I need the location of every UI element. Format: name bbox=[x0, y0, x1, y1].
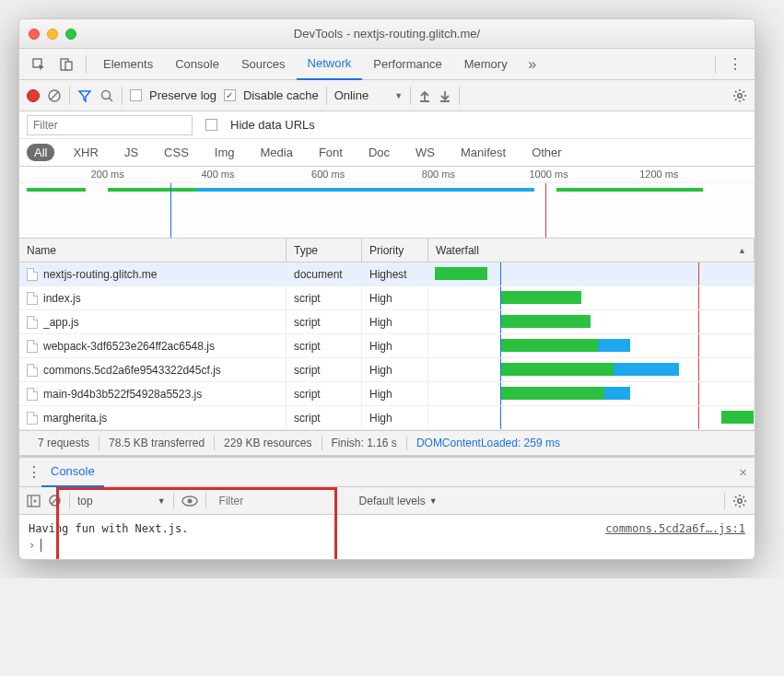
overview-timeline[interactable]: 200 ms 400 ms 600 ms 800 ms 1000 ms 1200… bbox=[19, 167, 755, 239]
kebab-menu-icon[interactable]: ⋮ bbox=[723, 52, 747, 76]
tab-network[interactable]: Network bbox=[297, 49, 363, 80]
type-js[interactable]: JS bbox=[117, 144, 146, 161]
type-font[interactable]: Font bbox=[311, 144, 350, 161]
table-row[interactable]: margherita.jsscriptHigh bbox=[19, 406, 755, 430]
search-icon[interactable] bbox=[99, 88, 114, 103]
drawer-tab-console[interactable]: Console bbox=[41, 458, 104, 487]
file-icon bbox=[27, 364, 38, 377]
request-type: script bbox=[287, 286, 362, 309]
request-priority: High bbox=[362, 286, 428, 309]
type-doc[interactable]: Doc bbox=[361, 144, 397, 161]
device-toggle-icon[interactable] bbox=[54, 52, 78, 76]
col-header-priority[interactable]: Priority bbox=[362, 239, 428, 262]
file-icon bbox=[27, 340, 38, 353]
chevron-right-icon: › bbox=[29, 539, 35, 552]
type-all[interactable]: All bbox=[27, 144, 54, 161]
type-other[interactable]: Other bbox=[524, 144, 569, 161]
request-name: index.js bbox=[43, 292, 81, 305]
preserve-log-checkbox[interactable] bbox=[130, 89, 142, 101]
settings-gear-icon[interactable] bbox=[732, 88, 747, 103]
waterfall-cell bbox=[428, 406, 755, 429]
table-row[interactable]: main-9d4b3b522f54928a5523.jsscriptHigh bbox=[19, 382, 755, 406]
file-icon bbox=[27, 292, 38, 305]
request-type: script bbox=[287, 382, 362, 405]
tab-memory[interactable]: Memory bbox=[453, 49, 519, 80]
tick-label: 800 ms bbox=[422, 169, 455, 180]
request-priority: High bbox=[362, 310, 428, 333]
window-titlebar: DevTools - nextjs-routing.glitch.me/ bbox=[19, 19, 755, 49]
live-expression-icon[interactable] bbox=[181, 495, 198, 507]
network-toolbar: Preserve log Disable cache Online▼ bbox=[19, 80, 755, 111]
status-domcontentloaded: DOMContentLoaded: 259 ms bbox=[407, 437, 569, 449]
status-requests: 7 requests bbox=[29, 437, 99, 449]
type-css[interactable]: CSS bbox=[157, 144, 196, 161]
type-ws[interactable]: WS bbox=[408, 144, 442, 161]
tab-elements[interactable]: Elements bbox=[92, 49, 164, 80]
throttling-select[interactable]: Online▼ bbox=[334, 88, 404, 102]
window-title: DevTools - nextjs-routing.glitch.me/ bbox=[19, 27, 755, 41]
filter-toggle-icon[interactable] bbox=[77, 88, 92, 103]
svg-point-16 bbox=[738, 498, 742, 502]
request-priority: Highest bbox=[362, 262, 428, 286]
inspect-icon[interactable] bbox=[27, 52, 51, 76]
table-row[interactable]: _app.jsscriptHigh bbox=[19, 310, 755, 334]
console-prompt[interactable]: › bbox=[29, 537, 745, 554]
svg-point-9 bbox=[738, 93, 742, 97]
console-drawer: ⋮ Console × top▼ Default levels▼ bbox=[19, 456, 755, 559]
file-icon bbox=[27, 388, 38, 401]
more-tabs-icon[interactable]: » bbox=[521, 52, 544, 76]
request-type: script bbox=[287, 310, 362, 333]
console-filter-input[interactable] bbox=[214, 491, 352, 511]
request-priority: High bbox=[362, 382, 428, 405]
svg-point-5 bbox=[102, 90, 111, 99]
waterfall-cell bbox=[428, 358, 755, 381]
type-xhr[interactable]: XHR bbox=[65, 144, 105, 161]
disable-cache-checkbox[interactable] bbox=[224, 89, 236, 101]
console-message: Having fun with Next.js. bbox=[29, 522, 188, 535]
log-levels-select[interactable]: Default levels▼ bbox=[359, 495, 438, 507]
status-resources: 229 KB resources bbox=[215, 437, 321, 449]
drawer-kebab-icon[interactable]: ⋮ bbox=[27, 463, 41, 481]
status-bar: 7 requests 78.5 KB transferred 229 KB re… bbox=[19, 430, 755, 456]
devtools-window: DevTools - nextjs-routing.glitch.me/ Ele… bbox=[18, 18, 755, 560]
filter-input[interactable] bbox=[27, 115, 193, 135]
col-header-waterfall[interactable]: Waterfall▲ bbox=[428, 239, 755, 262]
tick-label: 1000 ms bbox=[529, 169, 568, 180]
upload-har-icon[interactable] bbox=[418, 89, 431, 102]
context-selector[interactable]: top▼ bbox=[77, 495, 166, 507]
svg-point-15 bbox=[187, 498, 192, 503]
preserve-log-label: Preserve log bbox=[149, 88, 216, 102]
table-row[interactable]: nextjs-routing.glitch.medocumentHighest bbox=[19, 262, 755, 286]
table-row[interactable]: commons.5cd2a6fe9543322d45cf.jsscriptHig… bbox=[19, 358, 755, 382]
file-icon bbox=[27, 316, 38, 329]
console-clear-icon[interactable] bbox=[48, 494, 62, 507]
col-header-type[interactable]: Type bbox=[287, 239, 362, 262]
download-har-icon[interactable] bbox=[439, 89, 451, 102]
request-type: document bbox=[287, 262, 362, 286]
drawer-tabbar: ⋮ Console × bbox=[19, 458, 755, 487]
console-sidebar-toggle-icon[interactable] bbox=[27, 495, 41, 507]
tick-label: 1200 ms bbox=[639, 169, 678, 180]
file-icon bbox=[27, 412, 38, 425]
tab-console[interactable]: Console bbox=[164, 49, 230, 80]
type-img[interactable]: Img bbox=[207, 144, 242, 161]
table-row[interactable]: index.jsscriptHigh bbox=[19, 286, 755, 310]
status-transferred: 78.5 KB transferred bbox=[99, 437, 214, 449]
type-manifest[interactable]: Manifest bbox=[453, 144, 513, 161]
record-button[interactable] bbox=[27, 89, 40, 102]
type-media[interactable]: Media bbox=[252, 144, 299, 161]
tab-sources[interactable]: Sources bbox=[230, 49, 297, 80]
clear-icon[interactable] bbox=[47, 88, 62, 103]
tab-performance[interactable]: Performance bbox=[362, 49, 452, 80]
console-source-link[interactable]: commons.5cd2a6f….js:1 bbox=[605, 522, 745, 535]
waterfall-cell bbox=[428, 262, 755, 286]
console-settings-gear-icon[interactable] bbox=[732, 494, 747, 508]
col-header-name[interactable]: Name bbox=[19, 239, 287, 262]
drawer-close-icon[interactable]: × bbox=[739, 464, 747, 480]
hide-data-urls-checkbox[interactable] bbox=[205, 119, 217, 131]
hide-data-urls-label: Hide data URLs bbox=[230, 118, 315, 132]
filter-row: Hide data URLs bbox=[19, 111, 755, 139]
console-toolbar: top▼ Default levels▼ bbox=[19, 487, 755, 515]
table-row[interactable]: webpack-3df6523e264ff2ac6548.jsscriptHig… bbox=[19, 334, 755, 358]
request-name: margherita.js bbox=[43, 412, 107, 425]
